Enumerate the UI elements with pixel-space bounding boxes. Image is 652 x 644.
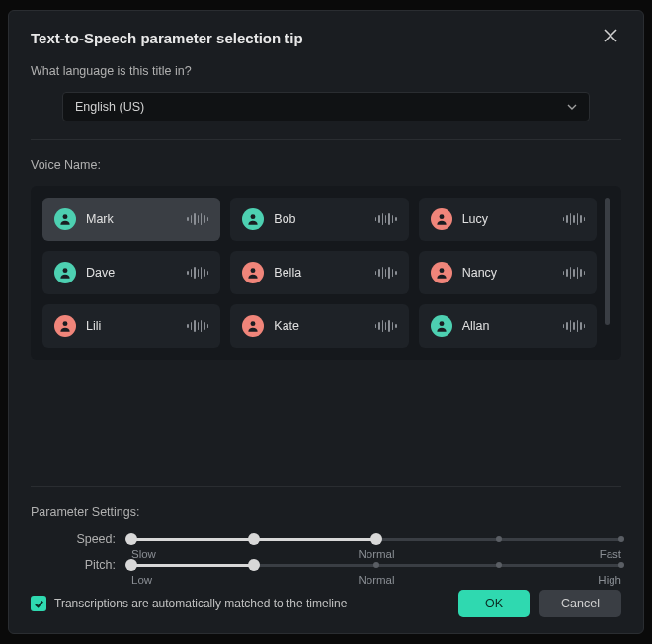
waveform-icon [563,319,585,333]
voice-card[interactable]: Nancy [419,251,597,294]
scrollbar-thumb[interactable] [605,198,610,325]
waveform-icon [375,266,397,280]
voice-name: Lucy [462,212,553,226]
voice-name: Nancy [462,266,553,280]
waveform-icon [187,212,208,226]
voice-name: Dave [86,266,177,280]
avatar [54,208,76,230]
voice-card[interactable]: Bob [230,198,408,241]
pitch-tick-low: Low [131,574,152,586]
transcription-checkbox-label: Transcriptions are automatically matched… [54,597,347,610]
avatar [431,262,452,283]
voice-card[interactable]: Lili [42,304,220,348]
svg-point-5 [63,268,68,273]
pitch-tick-mid: Normal [358,574,394,586]
chevron-down-icon [567,102,577,112]
avatar [431,315,452,337]
avatar [54,315,76,337]
voice-name: Bob [274,212,365,226]
dialog-header: Text-to-Speech parameter selection tip [31,29,621,46]
close-button[interactable] [604,29,621,46]
pitch-slider[interactable] [131,558,621,572]
voice-panel: MarkBobLucyDaveBellaNancyLiliKateAllan [31,186,621,360]
divider [31,486,621,487]
transcription-checkbox[interactable] [31,596,46,611]
parameter-settings: Parameter Settings: Speed: Slow Normal F… [31,505,621,584]
svg-point-6 [251,268,256,273]
svg-point-9 [251,321,256,326]
pitch-label: Pitch: [31,558,120,572]
svg-point-8 [63,321,68,326]
close-icon [604,29,617,42]
waveform-icon [375,319,397,333]
pitch-slider-row: Pitch: [31,558,621,572]
language-question: What language is this title in? [31,64,621,78]
voice-grid: MarkBobLucyDaveBellaNancyLiliKateAllan [42,198,597,348]
voice-card[interactable]: Lucy [419,198,597,241]
dialog-title: Text-to-Speech parameter selection tip [31,30,303,46]
svg-point-4 [439,214,444,219]
transcription-checkbox-wrap[interactable]: Transcriptions are automatically matched… [31,596,448,611]
voice-card[interactable]: Mark [42,198,220,241]
avatar [242,262,264,283]
tts-dialog: Text-to-Speech parameter selection tip W… [8,10,644,634]
waveform-icon [375,212,397,226]
voice-card[interactable]: Dave [42,251,220,294]
avatar [431,208,452,230]
pitch-tick-high: High [598,574,621,586]
waveform-icon [563,212,585,226]
divider [31,139,621,140]
speed-label: Speed: [31,532,120,546]
avatar [54,262,76,283]
waveform-icon [187,319,208,333]
scrollbar[interactable] [605,198,610,348]
param-section-label: Parameter Settings: [31,505,621,519]
voice-card[interactable]: Kate [230,304,408,348]
voice-name: Allan [462,319,553,333]
svg-point-10 [439,321,444,326]
language-selected-value: English (US) [75,100,144,114]
cancel-button[interactable]: Cancel [539,590,621,617]
speed-slider-row: Speed: [31,532,621,546]
waveform-icon [563,266,585,280]
speed-slider[interactable] [131,532,621,546]
dialog-footer: Transcriptions are automatically matched… [31,590,621,617]
svg-point-7 [439,268,444,273]
svg-point-2 [63,214,68,219]
avatar [242,208,264,230]
avatar [242,315,264,337]
voice-name: Bella [274,266,365,280]
voice-card[interactable]: Bella [230,251,408,294]
voice-name: Lili [86,319,177,333]
voice-section-label: Voice Name: [31,158,621,172]
svg-point-3 [251,214,256,219]
voice-name: Mark [86,212,177,226]
waveform-icon [187,266,208,280]
ok-button[interactable]: OK [458,590,530,617]
language-select[interactable]: English (US) [62,92,590,121]
voice-name: Kate [274,319,365,333]
check-icon [34,599,44,609]
voice-card[interactable]: Allan [419,304,597,348]
